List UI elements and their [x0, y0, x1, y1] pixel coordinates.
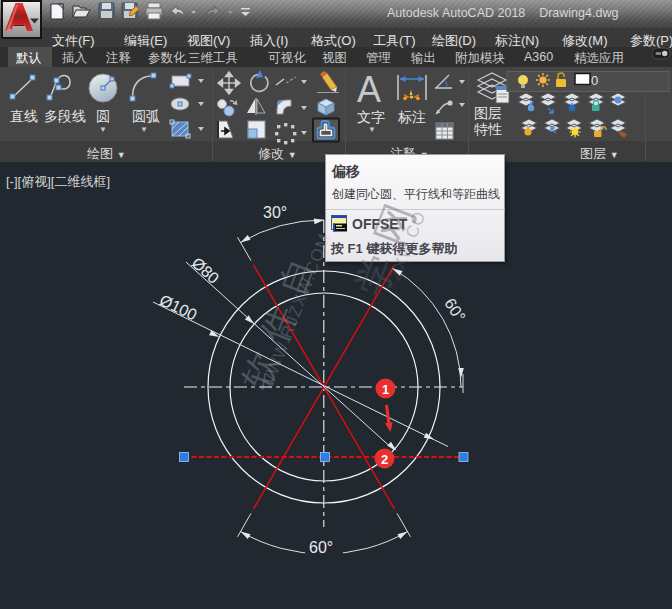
svg-text:1: 1 — [382, 382, 389, 397]
svg-text:Ø80: Ø80 — [188, 254, 222, 287]
svg-text:30°: 30° — [263, 204, 287, 221]
svg-text:A: A — [357, 69, 381, 110]
svg-text:2: 2 — [381, 452, 388, 467]
svg-text:60°: 60° — [309, 539, 333, 556]
svg-text:0: 0 — [591, 73, 598, 88]
svg-text:Ø100: Ø100 — [157, 291, 200, 323]
svg-text:60°: 60° — [441, 295, 468, 325]
